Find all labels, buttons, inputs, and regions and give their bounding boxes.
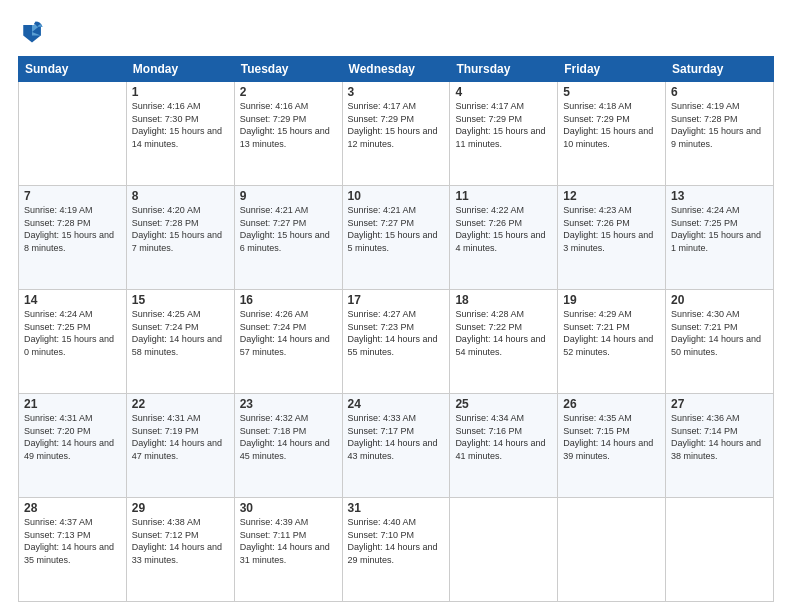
cell-info: Sunrise: 4:16 AMSunset: 7:29 PMDaylight:…	[240, 100, 337, 150]
week-row-4: 21Sunrise: 4:31 AMSunset: 7:20 PMDayligh…	[19, 394, 774, 498]
calendar-cell: 29Sunrise: 4:38 AMSunset: 7:12 PMDayligh…	[126, 498, 234, 602]
day-number: 31	[348, 501, 445, 515]
day-number: 12	[563, 189, 660, 203]
calendar-cell: 27Sunrise: 4:36 AMSunset: 7:14 PMDayligh…	[666, 394, 774, 498]
calendar-cell: 12Sunrise: 4:23 AMSunset: 7:26 PMDayligh…	[558, 186, 666, 290]
weekday-header-tuesday: Tuesday	[234, 57, 342, 82]
calendar-cell: 19Sunrise: 4:29 AMSunset: 7:21 PMDayligh…	[558, 290, 666, 394]
cell-info: Sunrise: 4:36 AMSunset: 7:14 PMDaylight:…	[671, 412, 768, 462]
week-row-1: 1Sunrise: 4:16 AMSunset: 7:30 PMDaylight…	[19, 82, 774, 186]
day-number: 17	[348, 293, 445, 307]
week-row-3: 14Sunrise: 4:24 AMSunset: 7:25 PMDayligh…	[19, 290, 774, 394]
day-number: 13	[671, 189, 768, 203]
calendar-cell: 3Sunrise: 4:17 AMSunset: 7:29 PMDaylight…	[342, 82, 450, 186]
cell-info: Sunrise: 4:34 AMSunset: 7:16 PMDaylight:…	[455, 412, 552, 462]
calendar-cell: 9Sunrise: 4:21 AMSunset: 7:27 PMDaylight…	[234, 186, 342, 290]
calendar-cell: 30Sunrise: 4:39 AMSunset: 7:11 PMDayligh…	[234, 498, 342, 602]
cell-info: Sunrise: 4:35 AMSunset: 7:15 PMDaylight:…	[563, 412, 660, 462]
weekday-header-friday: Friday	[558, 57, 666, 82]
cell-info: Sunrise: 4:21 AMSunset: 7:27 PMDaylight:…	[348, 204, 445, 254]
calendar-cell: 6Sunrise: 4:19 AMSunset: 7:28 PMDaylight…	[666, 82, 774, 186]
calendar-cell: 10Sunrise: 4:21 AMSunset: 7:27 PMDayligh…	[342, 186, 450, 290]
header	[18, 18, 774, 46]
calendar-cell: 1Sunrise: 4:16 AMSunset: 7:30 PMDaylight…	[126, 82, 234, 186]
cell-info: Sunrise: 4:24 AMSunset: 7:25 PMDaylight:…	[671, 204, 768, 254]
day-number: 22	[132, 397, 229, 411]
day-number: 7	[24, 189, 121, 203]
calendar-cell: 26Sunrise: 4:35 AMSunset: 7:15 PMDayligh…	[558, 394, 666, 498]
calendar-cell: 20Sunrise: 4:30 AMSunset: 7:21 PMDayligh…	[666, 290, 774, 394]
day-number: 6	[671, 85, 768, 99]
day-number: 1	[132, 85, 229, 99]
day-number: 8	[132, 189, 229, 203]
cell-info: Sunrise: 4:27 AMSunset: 7:23 PMDaylight:…	[348, 308, 445, 358]
day-number: 24	[348, 397, 445, 411]
calendar-cell: 11Sunrise: 4:22 AMSunset: 7:26 PMDayligh…	[450, 186, 558, 290]
day-number: 16	[240, 293, 337, 307]
cell-info: Sunrise: 4:31 AMSunset: 7:20 PMDaylight:…	[24, 412, 121, 462]
day-number: 4	[455, 85, 552, 99]
calendar-cell: 23Sunrise: 4:32 AMSunset: 7:18 PMDayligh…	[234, 394, 342, 498]
cell-info: Sunrise: 4:18 AMSunset: 7:29 PMDaylight:…	[563, 100, 660, 150]
cell-info: Sunrise: 4:23 AMSunset: 7:26 PMDaylight:…	[563, 204, 660, 254]
calendar-cell: 31Sunrise: 4:40 AMSunset: 7:10 PMDayligh…	[342, 498, 450, 602]
calendar-cell: 21Sunrise: 4:31 AMSunset: 7:20 PMDayligh…	[19, 394, 127, 498]
cell-info: Sunrise: 4:25 AMSunset: 7:24 PMDaylight:…	[132, 308, 229, 358]
calendar-cell: 13Sunrise: 4:24 AMSunset: 7:25 PMDayligh…	[666, 186, 774, 290]
calendar-cell: 15Sunrise: 4:25 AMSunset: 7:24 PMDayligh…	[126, 290, 234, 394]
cell-info: Sunrise: 4:32 AMSunset: 7:18 PMDaylight:…	[240, 412, 337, 462]
logo-icon	[18, 18, 46, 46]
cell-info: Sunrise: 4:29 AMSunset: 7:21 PMDaylight:…	[563, 308, 660, 358]
cell-info: Sunrise: 4:21 AMSunset: 7:27 PMDaylight:…	[240, 204, 337, 254]
day-number: 9	[240, 189, 337, 203]
cell-info: Sunrise: 4:19 AMSunset: 7:28 PMDaylight:…	[24, 204, 121, 254]
calendar-cell: 22Sunrise: 4:31 AMSunset: 7:19 PMDayligh…	[126, 394, 234, 498]
calendar-cell: 17Sunrise: 4:27 AMSunset: 7:23 PMDayligh…	[342, 290, 450, 394]
day-number: 27	[671, 397, 768, 411]
cell-info: Sunrise: 4:37 AMSunset: 7:13 PMDaylight:…	[24, 516, 121, 566]
cell-info: Sunrise: 4:26 AMSunset: 7:24 PMDaylight:…	[240, 308, 337, 358]
weekday-header-monday: Monday	[126, 57, 234, 82]
cell-info: Sunrise: 4:33 AMSunset: 7:17 PMDaylight:…	[348, 412, 445, 462]
day-number: 19	[563, 293, 660, 307]
calendar-table: SundayMondayTuesdayWednesdayThursdayFrid…	[18, 56, 774, 602]
calendar-cell: 18Sunrise: 4:28 AMSunset: 7:22 PMDayligh…	[450, 290, 558, 394]
cell-info: Sunrise: 4:28 AMSunset: 7:22 PMDaylight:…	[455, 308, 552, 358]
calendar-cell: 28Sunrise: 4:37 AMSunset: 7:13 PMDayligh…	[19, 498, 127, 602]
weekday-header-sunday: Sunday	[19, 57, 127, 82]
calendar-cell	[19, 82, 127, 186]
calendar-cell	[450, 498, 558, 602]
calendar-cell: 8Sunrise: 4:20 AMSunset: 7:28 PMDaylight…	[126, 186, 234, 290]
weekday-header-saturday: Saturday	[666, 57, 774, 82]
calendar-page: SundayMondayTuesdayWednesdayThursdayFrid…	[0, 0, 792, 612]
day-number: 25	[455, 397, 552, 411]
day-number: 3	[348, 85, 445, 99]
cell-info: Sunrise: 4:16 AMSunset: 7:30 PMDaylight:…	[132, 100, 229, 150]
day-number: 29	[132, 501, 229, 515]
day-number: 5	[563, 85, 660, 99]
calendar-cell: 14Sunrise: 4:24 AMSunset: 7:25 PMDayligh…	[19, 290, 127, 394]
day-number: 10	[348, 189, 445, 203]
cell-info: Sunrise: 4:22 AMSunset: 7:26 PMDaylight:…	[455, 204, 552, 254]
day-number: 23	[240, 397, 337, 411]
calendar-cell	[558, 498, 666, 602]
day-number: 21	[24, 397, 121, 411]
day-number: 14	[24, 293, 121, 307]
calendar-cell: 4Sunrise: 4:17 AMSunset: 7:29 PMDaylight…	[450, 82, 558, 186]
logo	[18, 18, 50, 46]
week-row-5: 28Sunrise: 4:37 AMSunset: 7:13 PMDayligh…	[19, 498, 774, 602]
cell-info: Sunrise: 4:17 AMSunset: 7:29 PMDaylight:…	[348, 100, 445, 150]
week-row-2: 7Sunrise: 4:19 AMSunset: 7:28 PMDaylight…	[19, 186, 774, 290]
day-number: 20	[671, 293, 768, 307]
cell-info: Sunrise: 4:17 AMSunset: 7:29 PMDaylight:…	[455, 100, 552, 150]
cell-info: Sunrise: 4:19 AMSunset: 7:28 PMDaylight:…	[671, 100, 768, 150]
cell-info: Sunrise: 4:39 AMSunset: 7:11 PMDaylight:…	[240, 516, 337, 566]
weekday-header-wednesday: Wednesday	[342, 57, 450, 82]
cell-info: Sunrise: 4:40 AMSunset: 7:10 PMDaylight:…	[348, 516, 445, 566]
calendar-cell: 7Sunrise: 4:19 AMSunset: 7:28 PMDaylight…	[19, 186, 127, 290]
day-number: 2	[240, 85, 337, 99]
calendar-cell: 16Sunrise: 4:26 AMSunset: 7:24 PMDayligh…	[234, 290, 342, 394]
day-number: 18	[455, 293, 552, 307]
day-number: 11	[455, 189, 552, 203]
day-number: 28	[24, 501, 121, 515]
